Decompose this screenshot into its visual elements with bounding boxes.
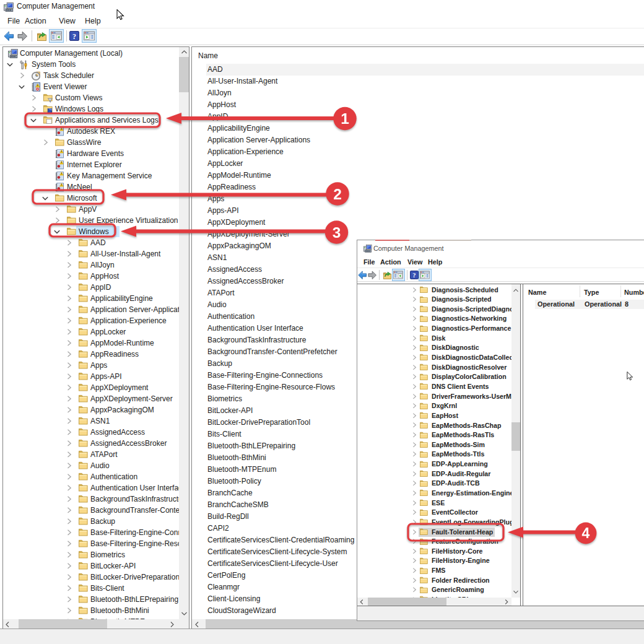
svg-text:2: 2 bbox=[333, 186, 342, 202]
svg-text:1: 1 bbox=[341, 110, 349, 127]
svg-text:4: 4 bbox=[582, 525, 590, 541]
svg-text:3: 3 bbox=[333, 224, 341, 241]
